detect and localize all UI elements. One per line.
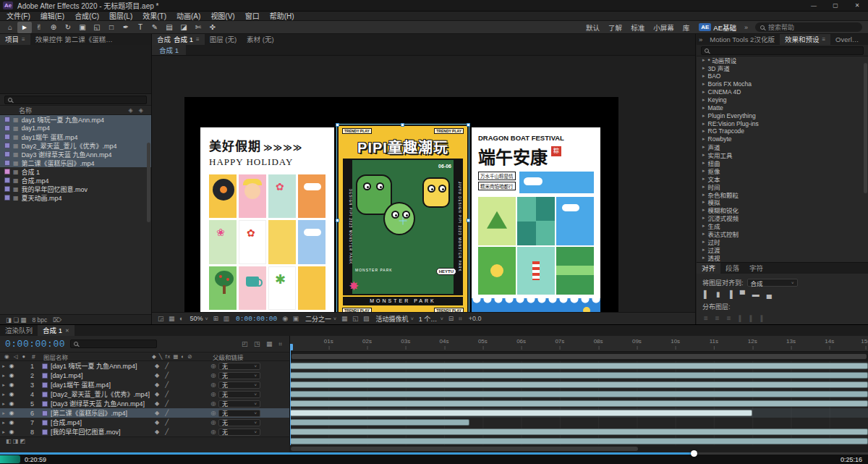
pickwhip-icon[interactable]: ◎ (208, 372, 218, 379)
effect-category-row[interactable]: ▸ CINEMA 4D (697, 88, 864, 96)
effect-category-row[interactable]: ▸ 杂色和颗粒 (697, 190, 864, 198)
visibility-toggle[interactable]: ◉ (7, 400, 16, 407)
project-item-row[interactable]: ▦ 夏天动画.mp4 (0, 193, 151, 202)
current-time-display[interactable]: 0:00:00:00 (5, 339, 65, 350)
distribute-icon[interactable]: ∥ (760, 314, 764, 323)
layer-name[interactable]: [Day2_翠天蓝_萱儿《优秀》.mp4] (51, 389, 150, 399)
project-item-row[interactable]: ▦ Day2_翠天蓝_萱儿《优秀》.mp4 (0, 141, 151, 150)
tool-button[interactable]: ✌ (32, 22, 46, 33)
menu-item[interactable]: 帮助(H) (265, 12, 299, 21)
anchor-point-icon[interactable] (399, 217, 407, 225)
tab-align[interactable]: 对齐 (697, 263, 720, 274)
tab-composition[interactable]: 合成 合成 1 ≡ (152, 34, 205, 45)
panel-menu-icon[interactable]: ≡ (822, 34, 825, 45)
layer-name[interactable]: [Day3 谢绿草天蓝 九鱼Ann.mp4] (51, 399, 150, 408)
bit-depth-indicator[interactable]: 8 bpc (32, 316, 47, 324)
tab-footage[interactable]: 素材 (无) (242, 34, 278, 45)
pickwhip-icon[interactable]: ◎ (208, 363, 218, 369)
project-item-row[interactable]: ▦ day1端午 蛋糕.mp4 (0, 132, 151, 141)
twirl-icon[interactable]: ▸ (702, 231, 705, 237)
tab-project[interactable]: 项目≡ (0, 34, 30, 45)
visibility-toggle[interactable]: ◉ (7, 429, 16, 435)
label-color-chip[interactable] (42, 363, 48, 369)
twirl-icon[interactable]: ▸ (702, 160, 705, 166)
pickwhip-icon[interactable]: ◎ (208, 400, 218, 407)
magnification-dropdown[interactable]: 50%˅ (190, 315, 208, 322)
twirl-icon[interactable]: ▸ (702, 176, 705, 182)
layer-switches[interactable]: ◆╱ (150, 381, 208, 388)
project-item-row[interactable]: ▦ 我的早年回忆图意.mov (0, 185, 151, 193)
layer-duration-bar[interactable] (290, 419, 469, 426)
label-color-chip[interactable] (4, 125, 10, 131)
tool-button[interactable]: ✜ (205, 22, 220, 33)
align-to-dropdown[interactable]: 合成˅ (747, 279, 798, 287)
layer-name[interactable]: [day1.mp4] (51, 372, 150, 379)
playhead[interactable] (290, 344, 291, 445)
project-column-header[interactable]: 名称 ◈ ◈ (0, 106, 151, 115)
align-icon[interactable]: ▄ (767, 290, 772, 299)
menu-item[interactable]: 窗口 (240, 12, 265, 21)
label-color-chip[interactable] (4, 186, 10, 192)
menu-item[interactable]: 合成(C) (69, 12, 104, 21)
tool-button[interactable]: ► (17, 22, 32, 33)
distribute-icon[interactable]: ≡ (727, 314, 731, 323)
distribute-icon[interactable]: ∥ (739, 314, 742, 323)
tool-button[interactable]: ✄ (191, 22, 205, 33)
timeline-layer-row[interactable]: ▸ ◉ 8 [我的早年回忆图意.mov] ◆╱ ◎ 无˅ (0, 427, 289, 436)
tool-button[interactable]: ▣ (75, 22, 90, 33)
project-item-row[interactable]: ▦ day1.mp4 (0, 124, 151, 132)
twirl-icon[interactable]: ▸ (702, 199, 705, 205)
twirl-icon[interactable]: ▸ (0, 363, 7, 369)
effect-category-row[interactable]: ▸ Plugin Everything (697, 111, 864, 119)
effect-category-row[interactable]: ▸ 生成 (697, 222, 864, 230)
label-color-chip[interactable] (4, 169, 10, 174)
menu-item[interactable]: 文件(F) (1, 12, 35, 21)
layer-switches[interactable]: ◆╱ (150, 410, 208, 416)
poster-dragon-boat-festival[interactable]: DRAGON BOAT FESTIVAL 端午安康 粽 万水千山粽是情 糯米肉馅… (472, 127, 600, 312)
selection-handle[interactable] (336, 219, 339, 222)
tool-button[interactable]: ◪ (176, 22, 191, 33)
selection-handle[interactable] (336, 123, 339, 127)
work-area-bar[interactable] (290, 352, 868, 361)
twirl-icon[interactable]: ▸ (0, 373, 7, 379)
tool-button[interactable]: ↻ (61, 22, 75, 33)
visibility-toggle[interactable]: ◉ (7, 372, 16, 379)
distribute-icon[interactable]: ∥ (749, 314, 753, 323)
effect-category-row[interactable]: ▸ Rowbyte (697, 135, 864, 143)
panel-collapse-icon[interactable]: » (697, 34, 705, 45)
timeline-layer-row[interactable]: ▸ ◉ 4 [Day2_翠天蓝_萱儿《优秀》.mp4] ◆╱ ◎ 无˅ (0, 389, 289, 399)
twirl-icon[interactable]: ▸ (702, 136, 705, 142)
tab-motion-tools[interactable]: Motion Tools 2汉化版 (705, 34, 780, 45)
tab-render-queue[interactable]: 渲染队列 (0, 325, 38, 336)
label-color-chip[interactable] (42, 392, 48, 397)
minimize-button[interactable]: — (803, 0, 825, 12)
effect-category-row[interactable]: ▸ RG Trapcode (697, 127, 864, 135)
workspace-tab[interactable]: 标准 (626, 22, 649, 33)
project-item-row[interactable]: ▦ day1 嗨玩一夏 九鱼Ann.mp4 (0, 115, 151, 124)
project-search-input[interactable] (15, 96, 143, 104)
twirl-icon[interactable]: ▸ (702, 97, 705, 103)
menu-item[interactable]: 图层(L) (104, 12, 137, 21)
poster-happy-holiday[interactable]: 美好假期≫≫≫≫ HAPPY HOLIDAY ✿ (200, 127, 334, 312)
layer-name-header[interactable]: 图层名称 (43, 353, 152, 361)
project-item-row[interactable]: ▦ 第二课《蛋糕乐园》.mp4 (0, 159, 151, 167)
player-progress-track[interactable] (0, 452, 868, 455)
effect-category-row[interactable]: ▸ * 动画预设 (697, 56, 864, 64)
label-color-chip[interactable] (42, 373, 48, 379)
layer-duration-bar[interactable] (290, 429, 868, 435)
layer-duration-bar[interactable] (290, 438, 868, 444)
pickwhip-icon[interactable]: ◎ (208, 381, 218, 388)
effect-category-row[interactable]: ▸ 透视 (697, 253, 864, 261)
comp-toolbar-icons[interactable]: ◲ ▦ ◐ (158, 315, 184, 322)
effect-category-row[interactable]: ▸ 文本 (697, 174, 864, 182)
label-color-chip[interactable] (42, 401, 48, 407)
effect-category-row[interactable]: ▸ 时间 (697, 182, 864, 190)
tool-button[interactable]: ✒ (119, 22, 133, 33)
player-progress-handle[interactable] (691, 450, 697, 457)
effect-category-row[interactable]: ▸ 声道 (697, 143, 864, 151)
selection-handle[interactable] (467, 123, 470, 127)
layer-name[interactable]: [day1端午 蛋糕.mp4] (51, 380, 150, 389)
project-item-row[interactable]: ▦ 合成.mp4 (0, 176, 151, 185)
effect-category-row[interactable]: ▸ 过渡 (697, 245, 864, 253)
parent-dropdown[interactable]: 无˅ (218, 391, 260, 398)
